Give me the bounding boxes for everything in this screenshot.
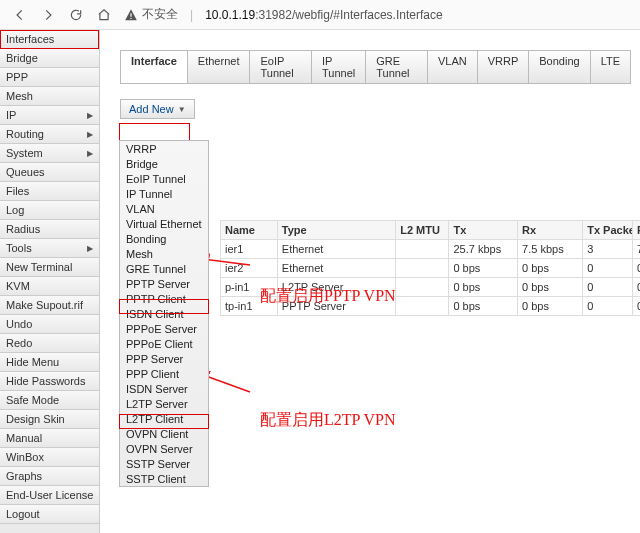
sidebar-item-label: Design Skin bbox=[6, 410, 65, 429]
sidebar-item-queues[interactable]: Queues bbox=[0, 163, 99, 182]
dropdown-item-pptp-client[interactable]: PPTP Client bbox=[120, 291, 208, 306]
cell-rxp: 7 bbox=[632, 240, 640, 259]
dropdown-item-l2tp-client[interactable]: L2TP Client bbox=[120, 411, 208, 426]
dropdown-item-sstp-server[interactable]: SSTP Server bbox=[120, 456, 208, 471]
chevron-right-icon: ▶ bbox=[87, 125, 93, 144]
sidebar-item-label: Tools bbox=[6, 239, 32, 258]
th-type[interactable]: Type bbox=[277, 221, 395, 240]
sidebar-item-files[interactable]: Files bbox=[0, 182, 99, 201]
sidebar-item-logout[interactable]: Logout bbox=[0, 505, 99, 524]
dropdown-item-pptp-server[interactable]: PPTP Server bbox=[120, 276, 208, 291]
dropdown-item-mesh[interactable]: Mesh bbox=[120, 246, 208, 261]
sidebar-item-tools[interactable]: Tools▶ bbox=[0, 239, 99, 258]
table-row[interactable]: ier1Ethernet25.7 kbps7.5 kbps370 bbox=[221, 240, 641, 259]
sidebar-item-routing[interactable]: Routing▶ bbox=[0, 125, 99, 144]
dropdown-item-isdn-client[interactable]: ISDN Client bbox=[120, 306, 208, 321]
dropdown-item-gre-tunnel[interactable]: GRE Tunnel bbox=[120, 261, 208, 276]
tab-bonding[interactable]: Bonding bbox=[528, 50, 590, 84]
dropdown-item-virtual-ethernet[interactable]: Virtual Ethernet bbox=[120, 216, 208, 231]
sidebar-item-interfaces[interactable]: Interfaces bbox=[0, 30, 99, 49]
cell-txp: 0 bbox=[583, 297, 633, 316]
cell-l2mtu bbox=[396, 278, 449, 297]
sidebar-item-label: Files bbox=[6, 182, 29, 201]
dropdown-item-vlan[interactable]: VLAN bbox=[120, 201, 208, 216]
cell-type: Ethernet bbox=[277, 240, 395, 259]
th-rxp[interactable]: Rx Packet (p/s) bbox=[632, 221, 640, 240]
th-rx[interactable]: Rx bbox=[518, 221, 583, 240]
tab-eoip-tunnel[interactable]: EoIP Tunnel bbox=[249, 50, 312, 84]
sidebar-item-safe-mode[interactable]: Safe Mode bbox=[0, 391, 99, 410]
sidebar-item-radius[interactable]: Radius bbox=[0, 220, 99, 239]
tab-ip-tunnel[interactable]: IP Tunnel bbox=[311, 50, 366, 84]
tab-vlan[interactable]: VLAN bbox=[427, 50, 478, 84]
sidebar-item-graphs[interactable]: Graphs bbox=[0, 467, 99, 486]
sidebar-item-system[interactable]: System▶ bbox=[0, 144, 99, 163]
dropdown-item-ovpn-server[interactable]: OVPN Server bbox=[120, 441, 208, 456]
address-bar[interactable]: 10.0.1.19:31982/webfig/#Interfaces.Inter… bbox=[205, 8, 443, 22]
dropdown-item-ppp-client[interactable]: PPP Client bbox=[120, 366, 208, 381]
dropdown-item-isdn-server[interactable]: ISDN Server bbox=[120, 381, 208, 396]
refresh-icon[interactable] bbox=[68, 7, 84, 23]
sidebar-item-label: PPP bbox=[6, 68, 28, 87]
sidebar-item-new-terminal[interactable]: New Terminal bbox=[0, 258, 99, 277]
sidebar-item-label: Make Supout.rif bbox=[6, 296, 83, 315]
th-name[interactable]: Name bbox=[221, 221, 278, 240]
cell-rx: 0 bps bbox=[518, 297, 583, 316]
back-icon[interactable] bbox=[12, 7, 28, 23]
sidebar-item-ip[interactable]: IP▶ bbox=[0, 106, 99, 125]
home-icon[interactable] bbox=[96, 7, 112, 23]
sidebar-item-log[interactable]: Log bbox=[0, 201, 99, 220]
cell-type: Ethernet bbox=[277, 259, 395, 278]
sidebar-item-undo[interactable]: Undo bbox=[0, 315, 99, 334]
sidebar-item-end-user-license[interactable]: End-User License bbox=[0, 486, 99, 505]
cell-l2mtu bbox=[396, 240, 449, 259]
dropdown-item-ppp-server[interactable]: PPP Server bbox=[120, 351, 208, 366]
sidebar-item-winbox[interactable]: WinBox bbox=[0, 448, 99, 467]
tab-lte[interactable]: LTE bbox=[590, 50, 631, 84]
sidebar-item-label: Queues bbox=[6, 163, 45, 182]
sidebar-item-redo[interactable]: Redo bbox=[0, 334, 99, 353]
sidebar-item-bridge[interactable]: Bridge bbox=[0, 49, 99, 68]
dropdown-item-bonding[interactable]: Bonding bbox=[120, 231, 208, 246]
sidebar-item-label: Hide Passwords bbox=[6, 372, 85, 391]
annotation-pptp: 配置启用PPTP VPN bbox=[260, 286, 396, 307]
cell-txp: 0 bbox=[583, 278, 633, 297]
sidebar-item-manual[interactable]: Manual bbox=[0, 429, 99, 448]
sidebar-item-label: WinBox bbox=[6, 448, 44, 467]
th-txp[interactable]: Tx Packet (p/s) bbox=[583, 221, 633, 240]
sidebar-item-label: IP bbox=[6, 106, 16, 125]
sidebar-item-label: Radius bbox=[6, 220, 40, 239]
dropdown-item-ip-tunnel[interactable]: IP Tunnel bbox=[120, 186, 208, 201]
tab-gre-tunnel[interactable]: GRE Tunnel bbox=[365, 50, 428, 84]
dropdown-item-bridge[interactable]: Bridge bbox=[120, 156, 208, 171]
dropdown-item-vrrp[interactable]: VRRP bbox=[120, 141, 208, 156]
sidebar-item-label: Graphs bbox=[6, 467, 42, 486]
table-row[interactable]: ier2Ethernet0 bps0 bps000 bbox=[221, 259, 641, 278]
cell-tx: 25.7 kbps bbox=[449, 240, 518, 259]
forward-icon[interactable] bbox=[40, 7, 56, 23]
dropdown-item-ovpn-client[interactable]: OVPN Client bbox=[120, 426, 208, 441]
dropdown-item-eoip-tunnel[interactable]: EoIP Tunnel bbox=[120, 171, 208, 186]
sidebar-item-design-skin[interactable]: Design Skin bbox=[0, 410, 99, 429]
dropdown-item-sstp-client[interactable]: SSTP Client bbox=[120, 471, 208, 486]
sidebar-item-hide-menu[interactable]: Hide Menu bbox=[0, 353, 99, 372]
chevron-right-icon: ▶ bbox=[87, 239, 93, 258]
sidebar-item-label: KVM bbox=[6, 277, 30, 296]
sidebar-item-mesh[interactable]: Mesh bbox=[0, 87, 99, 106]
sidebar-item-make-supout-rif[interactable]: Make Supout.rif bbox=[0, 296, 99, 315]
sidebar-item-label: System bbox=[6, 144, 43, 163]
dropdown-item-pppoe-server[interactable]: PPPoE Server bbox=[120, 321, 208, 336]
tab-vrrp[interactable]: VRRP bbox=[477, 50, 530, 84]
dropdown-item-l2tp-server[interactable]: L2TP Server bbox=[120, 396, 208, 411]
dropdown-item-pppoe-client[interactable]: PPPoE Client bbox=[120, 336, 208, 351]
cell-name: ier2 bbox=[221, 259, 278, 278]
add-new-button[interactable]: Add New ▼ bbox=[120, 99, 195, 119]
sidebar-item-ppp[interactable]: PPP bbox=[0, 68, 99, 87]
sidebar-item-hide-passwords[interactable]: Hide Passwords bbox=[0, 372, 99, 391]
tab-interface[interactable]: Interface bbox=[120, 50, 188, 84]
sidebar-item-kvm[interactable]: KVM bbox=[0, 277, 99, 296]
tabs-row: InterfaceEthernetEoIP TunnelIP TunnelGRE… bbox=[120, 50, 630, 84]
th-l2mtu[interactable]: L2 MTU bbox=[396, 221, 449, 240]
tab-ethernet[interactable]: Ethernet bbox=[187, 50, 251, 84]
th-tx[interactable]: Tx bbox=[449, 221, 518, 240]
